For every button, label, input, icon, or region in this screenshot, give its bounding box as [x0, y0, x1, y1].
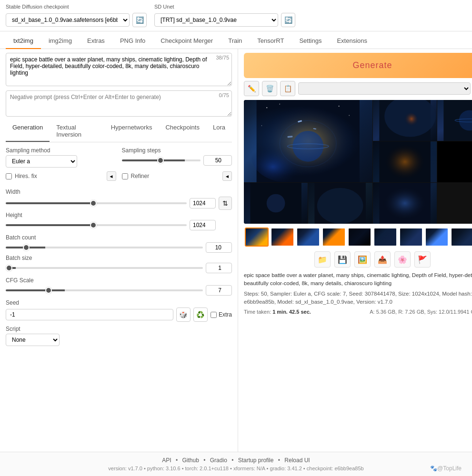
batch-count-row: Batch count 10 [6, 234, 232, 253]
image-params: Steps: 50, Sampler: Euler a, CFG scale: … [244, 290, 472, 307]
tab-txt2img[interactable]: txt2img [6, 33, 41, 49]
svg-point-25 [317, 188, 363, 224]
script-select[interactable]: None Prompt matrix X/Y/Z plot [6, 334, 60, 346]
negative-prompt-input[interactable] [6, 90, 232, 117]
trash-button[interactable]: 🗑️ [262, 81, 277, 96]
tab-checkpoint-merger[interactable]: Checkpoint Merger [153, 33, 221, 49]
tab-png-info[interactable]: PNG Info [112, 33, 153, 49]
image-mosaic [244, 100, 472, 224]
flag-icon-button[interactable]: 🚩 [414, 251, 431, 268]
sampling-row: Sampling method Euler a Euler LMS DPM++ … [6, 147, 232, 168]
thumbnail-8[interactable] [425, 228, 449, 247]
unet-section: SD Unet [TRT] sd_xl_base_1.0_0.9vae 🔄 [154, 4, 295, 27]
batch-size-input[interactable]: 1 [206, 263, 232, 273]
batch-count-input[interactable]: 10 [206, 242, 232, 253]
pencil-button[interactable]: ✏️ [244, 81, 259, 96]
extra-checkbox[interactable] [211, 312, 217, 318]
sub-tab-hypernetworks[interactable]: Hypernetworks [104, 121, 159, 142]
main-tabs: txt2img img2img Extras PNG Info Checkpoi… [0, 33, 472, 49]
refiner-expand-button[interactable]: ◄ [222, 171, 232, 181]
image-cell-5 [437, 141, 472, 182]
footer-version: version: v1.7.0 • python: 3.10.6 • torch… [108, 466, 363, 471]
unet-select[interactable]: [TRT] sd_xl_base_1.0_0.9vae [154, 13, 278, 27]
thumbnail-3[interactable] [296, 228, 320, 247]
sampling-steps-input[interactable]: 50 [203, 155, 232, 166]
footer-link-gradio[interactable]: Gradio [210, 457, 227, 464]
recycle-button[interactable]: ♻️ [193, 307, 208, 322]
clipboard-button[interactable]: 📋 [280, 81, 295, 96]
svg-point-8 [288, 144, 329, 149]
footer-link-startup[interactable]: Startup profile [238, 457, 274, 464]
negative-prompt-counter: 0/75 [219, 92, 229, 98]
width-input[interactable]: 1024 [190, 198, 216, 208]
cfg-scale-row: CFG Scale 7 [6, 277, 232, 296]
dice-button[interactable]: 🎲 [176, 307, 191, 322]
footer-link-github[interactable]: Github [182, 457, 199, 464]
thumbnail-9[interactable] [451, 228, 472, 247]
thumbnail-4[interactable] [322, 228, 346, 247]
sub-tab-checkpoints[interactable]: Checkpoints [159, 121, 206, 142]
svg-point-11 [339, 106, 340, 107]
unet-refresh-button[interactable]: 🔄 [281, 13, 295, 27]
hires-fix-checkbox[interactable] [6, 173, 12, 179]
footer-link-api[interactable]: API [162, 457, 171, 464]
height-slider[interactable] [6, 224, 187, 226]
folder-icon-button[interactable]: 📁 [314, 251, 331, 268]
height-row: Height 1024 [6, 212, 232, 230]
thumbnail-5[interactable] [348, 228, 372, 247]
image-save-icon-button[interactable]: 🖼️ [354, 251, 371, 268]
image-grid: ⊞ ✕ [244, 100, 472, 224]
footer-link-reload[interactable]: Reload UI [284, 457, 310, 464]
swap-dimensions-button[interactable]: ⇅ [219, 197, 232, 210]
image-info: epic space battle over a water planet, m… [244, 271, 472, 316]
svg-point-1 [261, 105, 354, 177]
seed-input[interactable]: -1 [6, 309, 173, 320]
checkpoint-select[interactable]: sd_xl_base_1.0_0.9vae.safetensors [e6bb9… [6, 13, 130, 27]
sub-tab-textual-inversion[interactable]: Textual Inversion [50, 121, 104, 142]
positive-prompt-input[interactable]: epic space battle over a water planet, m… [6, 53, 232, 86]
save-icon-button[interactable]: 💾 [334, 251, 351, 268]
width-slider[interactable] [6, 202, 187, 204]
tab-extras[interactable]: Extras [80, 33, 112, 49]
tab-train[interactable]: Train [221, 33, 250, 49]
tab-img2img[interactable]: img2img [41, 33, 80, 49]
batch-size-slider[interactable] [6, 267, 203, 269]
sub-tabs: Generation Textual Inversion Hypernetwor… [6, 121, 232, 142]
cfg-scale-input[interactable]: 7 [206, 285, 232, 296]
height-input[interactable]: 1024 [190, 220, 216, 230]
sampling-steps-col: Sampling steps 50 [122, 147, 232, 168]
hires-checkbox-row: Hires. fix ◄ [6, 171, 116, 181]
sub-tab-lora[interactable]: Lora [206, 121, 232, 142]
main-content: epic space battle over a water planet, m… [0, 49, 472, 452]
time-taken: Time taken: 1 min. 42.5 sec. [244, 308, 311, 316]
generate-area: Generate ✏️ 🗑️ 📋 ✕ ✦ [244, 53, 472, 96]
output-action-select[interactable] [298, 82, 471, 95]
sampling-method-select[interactable]: Euler a Euler LMS DPM++ [6, 155, 77, 168]
hires-expand-button[interactable]: ◄ [107, 171, 116, 181]
svg-point-10 [279, 104, 280, 105]
sampling-steps-slider[interactable] [122, 159, 201, 161]
sub-tab-generation[interactable]: Generation [6, 121, 50, 142]
hires-fix-label: Hires. fix [15, 173, 37, 179]
cfg-scale-label: CFG Scale [6, 277, 232, 284]
tab-extensions[interactable]: Extensions [329, 33, 375, 49]
time-taken-value: 1 min. 42.5 sec. [272, 309, 311, 315]
thumbnail-2[interactable] [271, 228, 294, 247]
batch-count-slider[interactable] [6, 247, 203, 248]
thumbnail-6[interactable] [373, 228, 397, 247]
refiner-label: Refiner [131, 173, 150, 179]
svg-point-2 [251, 131, 323, 182]
tab-tensorrt[interactable]: TensorRT [250, 33, 291, 49]
thumbnail-1[interactable] [245, 228, 269, 247]
share-icon-button[interactable]: 📤 [374, 251, 391, 268]
svg-point-21 [384, 144, 425, 179]
thumbnail-7[interactable] [399, 228, 423, 247]
tab-settings[interactable]: Settings [291, 33, 329, 49]
extra-checkbox-label: Extra [211, 311, 232, 318]
generate-button[interactable]: Generate [244, 53, 472, 78]
cfg-scale-slider[interactable] [6, 289, 203, 291]
checkpoint-refresh-button[interactable]: 🔄 [132, 13, 147, 27]
negative-prompt-container: 0/75 [6, 90, 232, 118]
flower-icon-button[interactable]: 🌸 [394, 251, 411, 268]
refiner-checkbox[interactable] [122, 173, 128, 179]
